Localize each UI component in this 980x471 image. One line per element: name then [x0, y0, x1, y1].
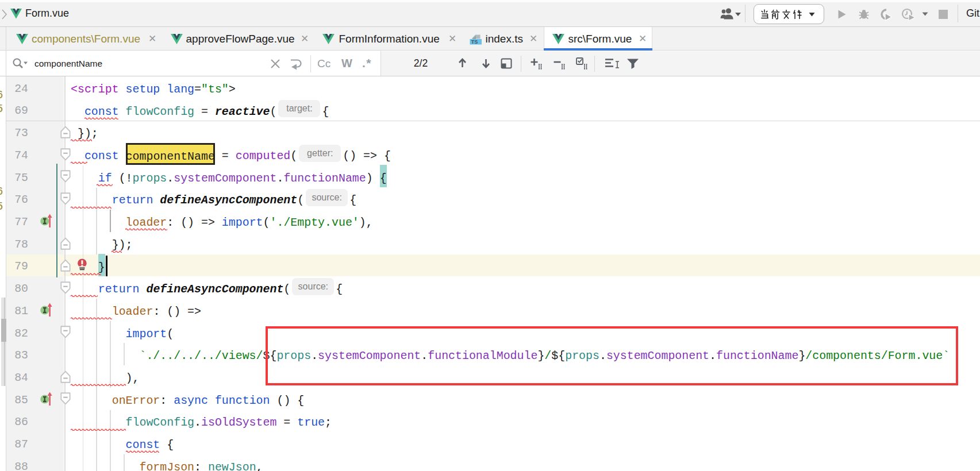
svg-text:TS: TS [471, 39, 478, 45]
